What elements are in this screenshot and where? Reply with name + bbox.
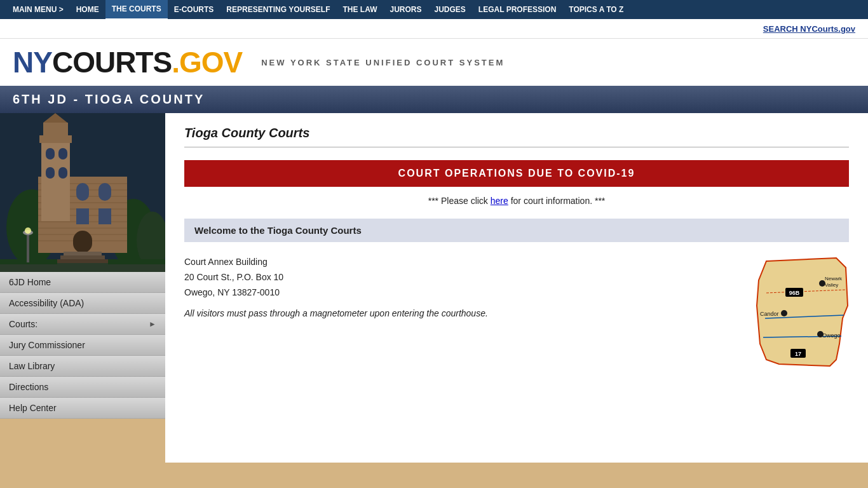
address-note: All visitors must pass through a magneto… [184, 306, 488, 322]
svg-text:96B: 96B [789, 290, 800, 296]
svg-text:17: 17 [795, 351, 801, 357]
sidebar-label-6jd-home: 6JD Home [9, 277, 51, 287]
nav-main-menu[interactable]: MAIN MENU > [6, 0, 70, 19]
svg-text:Newark: Newark [825, 276, 843, 281]
covid-note-prefix: *** Please click [428, 196, 491, 206]
address-line1: Court Annex Building [184, 257, 268, 267]
nav-topics-a-to-z[interactable]: TOPICS A TO Z [562, 0, 630, 19]
sidebar-item-directions[interactable]: Directions [0, 377, 165, 398]
county-map: 96B Newark Valley Candor Owego 17 [747, 255, 849, 369]
svg-rect-28 [64, 252, 102, 255]
sidebar: 6JD Home Accessibility (ADA) Courts: ► J… [0, 113, 165, 463]
svg-rect-34 [27, 234, 29, 262]
address-line3: Owego, NY 13827-0010 [184, 287, 280, 297]
svg-rect-19 [46, 167, 55, 179]
sidebar-label-directions: Directions [9, 382, 48, 392]
sidebar-item-6jd-home[interactable]: 6JD Home [0, 272, 165, 293]
svg-rect-30 [57, 259, 108, 263]
svg-rect-18 [58, 148, 67, 159]
site-subtitle: NEW YORK STATE UNIFIED COURT SYSTEM [261, 58, 505, 67]
sidebar-item-courts[interactable]: Courts: ► [0, 314, 165, 335]
address-block: Court Annex Building 20 Court St., P.O. … [184, 255, 488, 369]
svg-text:Valley: Valley [825, 282, 838, 288]
sidebar-label-courts: Courts: [9, 319, 37, 329]
nav-legal-profession[interactable]: LEGAL PROFESSION [472, 0, 562, 19]
main-content: Tioga County Courts COURT OPERATIONS DUE… [165, 113, 868, 463]
covid-note-suffix: for court information. *** [508, 196, 606, 206]
nav-judges[interactable]: JUDGES [428, 0, 472, 19]
covid-note: *** Please click here for court informat… [184, 196, 849, 206]
welcome-box: Welcome to the Tioga County Courts [184, 219, 849, 242]
nav-the-law[interactable]: THE LAW [336, 0, 383, 19]
svg-rect-17 [46, 148, 55, 159]
svg-rect-27 [73, 231, 92, 253]
svg-point-42 [781, 310, 787, 316]
svg-text:Owego: Owego [822, 332, 841, 339]
main-layout: 6JD Home Accessibility (ADA) Courts: ► J… [0, 113, 868, 463]
sidebar-item-law-library[interactable]: Law Library [0, 356, 165, 377]
site-header: NYCOURTS.GOV NEW YORK STATE UNIFIED COUR… [0, 39, 868, 86]
svg-rect-25 [76, 208, 89, 224]
nav-home[interactable]: HOME [70, 0, 105, 19]
sidebar-nav: 6JD Home Accessibility (ADA) Courts: ► J… [0, 272, 165, 419]
search-link[interactable]: SEARCH NYCourts.gov [763, 24, 855, 34]
address-line2: 20 Court St., P.O. Box 10 [184, 272, 283, 282]
logo-gov: GOV [179, 46, 242, 79]
logo-ny: NY [13, 46, 52, 79]
content-divider [184, 147, 849, 147]
logo-courts: COURTS [52, 46, 172, 79]
page-title: 6th JD - TIOGA COUNTY [0, 86, 868, 113]
covid-banner: COURT OPERATIONS DUE TO COVID-19 [184, 160, 849, 187]
svg-rect-20 [58, 167, 67, 179]
content-title: Tioga County Courts [184, 126, 849, 140]
svg-rect-31 [0, 263, 165, 272]
svg-rect-23 [76, 183, 89, 201]
svg-rect-26 [98, 208, 111, 224]
svg-text:Candor: Candor [760, 311, 779, 317]
sidebar-label-help-center: Help Center [9, 403, 57, 413]
site-logo: NYCOURTS.GOV [13, 45, 242, 79]
search-bar: SEARCH NYCourts.gov [0, 19, 868, 39]
svg-point-36 [25, 227, 31, 234]
nav-representing-yourself[interactable]: REPRESENTING YOURSELF [220, 0, 336, 19]
svg-rect-21 [43, 123, 68, 139]
sidebar-label-jury-commissioner: Jury Commissioner [9, 340, 85, 350]
svg-rect-24 [98, 183, 111, 201]
covid-note-link[interactable]: here [491, 196, 508, 206]
sidebar-item-help-center[interactable]: Help Center [0, 398, 165, 419]
svg-rect-29 [60, 255, 105, 259]
chevron-right-icon: ► [149, 320, 156, 329]
svg-rect-33 [108, 259, 165, 264]
logo-dot: . [172, 46, 179, 79]
address-map-section: Court Annex Building 20 Court St., P.O. … [184, 255, 849, 369]
sidebar-item-jury-commissioner[interactable]: Jury Commissioner [0, 335, 165, 356]
sidebar-label-law-library: Law Library [9, 361, 55, 371]
nav-jurors[interactable]: JURORS [383, 0, 428, 19]
svg-rect-12 [38, 227, 127, 229]
sidebar-item-accessibility[interactable]: Accessibility (ADA) [0, 293, 165, 314]
top-navigation: MAIN MENU > HOME THE COURTS E-COURTS REP… [0, 0, 868, 19]
nav-the-courts[interactable]: THE COURTS [105, 0, 168, 20]
courthouse-image [0, 113, 165, 272]
nav-ecourts[interactable]: E-COURTS [168, 0, 220, 19]
sidebar-label-accessibility: Accessibility (ADA) [9, 298, 84, 308]
